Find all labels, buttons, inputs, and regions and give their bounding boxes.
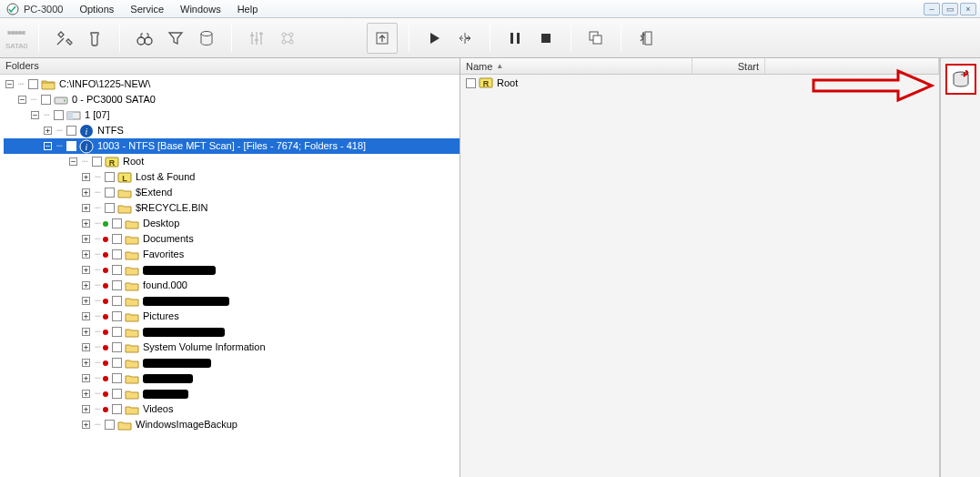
tree-folder[interactable]: ┈ — [4, 293, 460, 309]
svg-rect-11 — [517, 33, 520, 44]
column-name[interactable]: Name ▲ — [460, 58, 692, 74]
tree-drive[interactable]: ┈ 0 - PC3000 SATA0 — [4, 92, 460, 107]
redacted-label — [143, 390, 188, 399]
menu-options[interactable]: Options — [72, 2, 121, 16]
tree-folder[interactable]: ┈ — [4, 324, 460, 340]
svg-point-16 — [642, 33, 645, 36]
export-icon[interactable] — [367, 23, 398, 54]
window-controls: – ▭ × — [924, 3, 978, 15]
close-button[interactable]: × — [960, 3, 976, 15]
minimize-button[interactable]: – — [924, 3, 940, 15]
folder-icon — [125, 388, 139, 401]
checkbox[interactable] — [112, 404, 122, 414]
folder-label: Videos — [143, 401, 173, 417]
tree-folder[interactable]: ┈System Volume Information — [4, 340, 460, 355]
folder-label: Lost & Found — [136, 169, 195, 185]
redacted-label — [143, 266, 216, 275]
checkbox[interactable] — [105, 172, 115, 182]
list-row[interactable]: R Root — [460, 75, 939, 91]
folder-icon — [125, 218, 139, 230]
red-dot-icon — [103, 283, 108, 289]
checkbox[interactable] — [112, 234, 122, 244]
tree-folder[interactable]: ┈Pictures — [4, 309, 460, 324]
tree-root-folder[interactable]: ┈ R Root — [4, 154, 460, 169]
tree-folder[interactable]: ┈ — [4, 355, 460, 370]
filter-icon[interactable] — [162, 25, 189, 52]
save-to-disk-button[interactable] — [945, 64, 976, 95]
tree-folder[interactable]: ┈LLost & Found — [4, 169, 460, 185]
list-body[interactable]: R Root — [460, 75, 939, 91]
tree-folder[interactable]: ┈Videos — [4, 401, 460, 417]
sata-button[interactable]: SATA0 — [5, 25, 27, 50]
red-dot-icon — [103, 314, 108, 320]
checkbox[interactable] — [105, 420, 115, 430]
stop-icon[interactable] — [532, 25, 560, 52]
tree-folder[interactable]: ┈WindowsImageBackup — [4, 417, 460, 432]
tree-folder[interactable]: ┈$RECYCLE.BIN — [4, 200, 460, 216]
menu-windows[interactable]: Windows — [173, 2, 228, 16]
root-badge-icon: R — [479, 76, 493, 89]
checkbox[interactable] — [105, 188, 115, 198]
red-dot-icon — [103, 237, 108, 242]
folder-label: Pictures — [143, 309, 179, 324]
tree-folder[interactable]: ┈ — [4, 386, 460, 401]
folders-header: Folders — [0, 58, 460, 75]
checkbox[interactable] — [105, 203, 115, 213]
tools-icon[interactable] — [50, 25, 77, 52]
svg-rect-12 — [541, 34, 551, 43]
step-icon[interactable] — [451, 25, 479, 52]
tree-folder[interactable]: ┈found.000 — [4, 278, 460, 293]
checkbox[interactable] — [112, 358, 122, 368]
checkbox[interactable] — [112, 389, 122, 399]
folder-icon — [125, 310, 139, 323]
checkbox[interactable] — [112, 373, 122, 383]
svg-text:L: L — [122, 174, 127, 183]
app-title: PC-3000 — [24, 4, 63, 15]
folders-panel: Folders ┈ C:\INFO\1225-NEW\ ┈ — [0, 58, 460, 477]
tree-folder[interactable]: ┈ — [4, 262, 460, 278]
binoculars-icon[interactable] — [131, 25, 158, 52]
tree-folder[interactable]: ┈ — [4, 370, 460, 386]
checkbox[interactable] — [112, 265, 122, 275]
red-dot-icon — [103, 299, 108, 304]
folder-icon — [125, 341, 139, 354]
exit-icon[interactable] — [632, 25, 660, 52]
tree-root[interactable]: ┈ C:\INFO\1225-NEW\ — [4, 76, 460, 92]
checkbox[interactable] — [112, 249, 122, 259]
folder-icon — [125, 357, 139, 370]
folder-label: Documents — [143, 231, 194, 247]
svg-text:i: i — [86, 142, 88, 152]
tree-folder[interactable]: ┈Documents — [4, 231, 460, 247]
folders-tree[interactable]: ┈ C:\INFO\1225-NEW\ ┈ 0 - PC3000 SATA0 — [0, 75, 460, 477]
folder-icon — [125, 372, 139, 385]
folder-icon — [125, 264, 139, 277]
checkbox[interactable] — [112, 280, 122, 290]
play-icon[interactable] — [420, 25, 448, 52]
svg-text:i: i — [86, 127, 88, 137]
windows-stack-icon[interactable] — [582, 25, 610, 52]
checkbox[interactable] — [112, 327, 122, 337]
folder-icon — [125, 295, 139, 308]
checkbox[interactable] — [112, 296, 122, 306]
checkbox[interactable] — [112, 342, 122, 352]
checkbox[interactable] — [112, 311, 122, 321]
menu-help[interactable]: Help — [230, 2, 266, 16]
tree-folder[interactable]: ┈Favorites — [4, 247, 460, 262]
red-dot-icon — [103, 345, 108, 350]
database-icon[interactable] — [193, 25, 220, 52]
tree-folder[interactable]: ┈$Extend — [4, 185, 460, 200]
tree-scan-selected[interactable]: ┈ i 1003 - NTFS [Base MFT Scan] - [Files… — [4, 138, 460, 154]
column-start[interactable]: Start — [692, 58, 765, 74]
tree-folder[interactable]: ┈Desktop — [4, 216, 460, 231]
checkbox[interactable] — [112, 218, 122, 228]
pause-icon[interactable] — [501, 25, 529, 52]
menu-service[interactable]: Service — [123, 2, 171, 16]
tree-ntfs[interactable]: ┈ i NTFS — [4, 123, 460, 138]
jar-icon[interactable] — [81, 25, 108, 52]
svg-rect-20 — [67, 112, 73, 119]
tree-partition[interactable]: ┈ 1 [07] — [4, 107, 460, 123]
row-checkbox[interactable] — [466, 78, 476, 88]
maximize-button[interactable]: ▭ — [942, 3, 958, 15]
folder-icon — [125, 233, 139, 246]
svg-point-7 — [282, 40, 286, 44]
